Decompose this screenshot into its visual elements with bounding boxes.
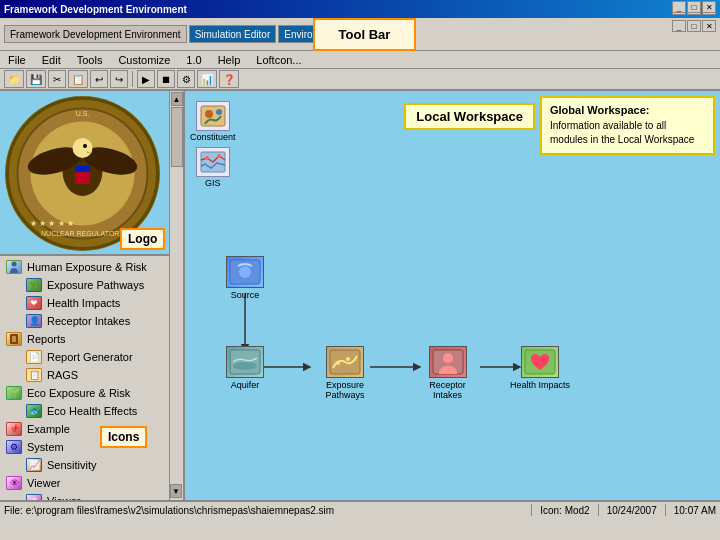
status-divider-1 — [531, 504, 532, 516]
secondary-toolbar: 📁 💾 ✂ 📋 ↩ ↪ ▶ ⏹ ⚙ 📊 ❓ — [0, 69, 720, 91]
ws-icon-gis[interactable]: GIS — [190, 147, 236, 188]
svg-point-14 — [12, 262, 17, 267]
toolbar-btn-6[interactable]: ↪ — [110, 70, 128, 88]
system-icon: ⚙ — [4, 439, 24, 455]
sidebar-item-receptor-intakes[interactable]: 👤 Receptor Intakes — [2, 312, 181, 330]
menu-customize[interactable]: Customize — [114, 53, 174, 67]
viewer-sub-label: Viewer — [47, 495, 80, 500]
receptor-intakes-label: Receptor Intakes — [47, 315, 130, 327]
toolbar-btn-10[interactable]: 📊 — [197, 70, 217, 88]
reports-icon — [4, 331, 24, 347]
exposure-pathways-icon: 🌿 — [24, 277, 44, 293]
rags-icon: 📋 — [24, 367, 44, 383]
toolbar-btn-8[interactable]: ⏹ — [157, 70, 175, 88]
wf-node-source[interactable]: Source — [215, 256, 275, 300]
svg-point-24 — [217, 154, 221, 158]
menu-10[interactable]: 1.0 — [182, 53, 205, 67]
sidebar-item-eco-exposure[interactable]: 🌱 Eco Exposure & Risk — [2, 384, 181, 402]
sidebar-item-reports[interactable]: Reports — [2, 330, 181, 348]
example-icon: 📌 — [4, 421, 24, 437]
wf-node-exposure[interactable]: Exposure Pathways — [310, 346, 380, 400]
menu-edit[interactable]: Edit — [38, 53, 65, 67]
svg-point-20 — [205, 110, 213, 118]
wf-aquifer-label: Aquifer — [231, 380, 260, 390]
tab-sim-editor[interactable]: Simulation Editor — [189, 25, 277, 43]
sidebar-item-health-impacts[interactable]: ❤ Health Impacts — [2, 294, 181, 312]
tab-framework[interactable]: Framework Development Environment — [4, 25, 187, 43]
status-time: 10:07 AM — [674, 505, 716, 516]
menu-tools[interactable]: Tools — [73, 53, 107, 67]
menu-help[interactable]: Help — [214, 53, 245, 67]
sidebar-item-rags[interactable]: 📋 RAGS — [2, 366, 181, 384]
wf-receptor-label: Receptor Intakes — [415, 380, 480, 400]
ws-icon-constituent[interactable]: Constituent — [190, 101, 236, 142]
wf-node-receptor[interactable]: Receptor Intakes — [415, 346, 480, 400]
wf-node-aquifer[interactable]: Aquifer — [215, 346, 275, 390]
svg-text:NUCLEAR REGULATORY: NUCLEAR REGULATORY — [41, 230, 124, 237]
wf-node-health[interactable]: Health Impacts — [505, 346, 575, 390]
tb-close-btn[interactable]: ✕ — [702, 20, 716, 32]
sidebar-item-exposure-pathways[interactable]: 🌿 Exposure Pathways — [2, 276, 181, 294]
global-workspace-box: Global Workspace: Information available … — [540, 96, 715, 155]
top-workspace-icons: Constituent GIS — [190, 101, 236, 188]
main-content: NUCLEAR REGULATORY U.S. ★ ★ ★ ★ ★ Logo — [0, 91, 720, 500]
toolbar-btn-11[interactable]: ❓ — [219, 70, 239, 88]
global-workspace-title: Global Workspace: — [550, 104, 705, 116]
health-impacts-label: Health Impacts — [47, 297, 120, 309]
sensitivity-label: Sensitivity — [47, 459, 97, 471]
svg-point-30 — [239, 266, 251, 278]
sidebar-item-example[interactable]: 📌 Example — [2, 420, 181, 438]
receptor-intakes-icon: 👤 — [24, 313, 44, 329]
inner-close-btn[interactable]: ✕ — [702, 1, 716, 13]
toolbar-btn-2[interactable]: 💾 — [26, 70, 46, 88]
global-workspace-text: Information available to all modules in … — [550, 119, 705, 147]
svg-point-7 — [83, 144, 87, 148]
gis-label: GIS — [205, 178, 221, 188]
toolbar-btn-9[interactable]: ⚙ — [177, 70, 195, 88]
toolbar-label: Tool Bar — [313, 18, 416, 51]
menu-loftcon[interactable]: Loftcon... — [252, 53, 305, 67]
sidebar: NUCLEAR REGULATORY U.S. ★ ★ ★ ★ ★ Logo — [0, 91, 185, 500]
eco-exposure-icon: 🌱 — [4, 385, 24, 401]
exposure-pathways-label: Exposure Pathways — [47, 279, 144, 291]
logo-label: Logo — [120, 228, 165, 250]
svg-point-21 — [216, 109, 222, 115]
sidebar-item-system[interactable]: ⚙ System Icons — [2, 438, 181, 456]
wf-receptor-icon — [429, 346, 467, 378]
system-label: System — [27, 441, 64, 453]
toolbar-btn-5[interactable]: ↩ — [90, 70, 108, 88]
eco-health-label: Eco Health Effects — [47, 405, 137, 417]
toolbar-btn-3[interactable]: ✂ — [48, 70, 66, 88]
example-label: Example — [27, 423, 70, 435]
icons-label: Icons — [100, 426, 147, 448]
sidebar-item-viewer-sub[interactable]: 👁 Viewer — [2, 492, 181, 500]
rags-label: RAGS — [47, 369, 78, 381]
status-icon-label: Icon: Mod2 — [540, 505, 589, 516]
svg-point-6 — [73, 138, 93, 158]
gis-icon — [196, 147, 230, 177]
report-generator-icon: 📄 — [24, 349, 44, 365]
toolbar-btn-4[interactable]: 📋 — [68, 70, 88, 88]
toolbar-btn-7[interactable]: ▶ — [137, 70, 155, 88]
svg-point-35 — [346, 357, 350, 361]
sidebar-item-viewer[interactable]: 👁 Viewer — [2, 474, 181, 492]
local-workspace-label: Local Workspace — [404, 103, 535, 130]
sidebar-scrollbar[interactable]: ▲ ▼ — [169, 91, 183, 500]
wf-health-icon — [521, 346, 559, 378]
sidebar-item-report-generator[interactable]: 📄 Report Generator — [2, 348, 181, 366]
inner-max-btn[interactable]: □ — [687, 1, 701, 13]
sidebar-item-sensitivity[interactable]: 📈 Sensitivity — [2, 456, 181, 474]
status-divider-3 — [665, 504, 666, 516]
window-title-bar: Framework Development Environment _ □ ✕ — [0, 0, 720, 18]
toolbar-btn-1[interactable]: 📁 — [4, 70, 24, 88]
status-divider-2 — [598, 504, 599, 516]
menu-file[interactable]: File — [4, 53, 30, 67]
wf-exposure-label: Exposure Pathways — [310, 380, 380, 400]
tb-min-btn[interactable]: _ — [672, 20, 686, 32]
sidebar-item-eco-health[interactable]: 🐟 Eco Health Effects — [2, 402, 181, 420]
reports-label: Reports — [27, 333, 66, 345]
sidebar-item-human-exposure[interactable]: Human Exposure & Risk — [2, 258, 181, 276]
tb-max-btn[interactable]: □ — [687, 20, 701, 32]
inner-min-btn[interactable]: _ — [672, 1, 686, 13]
viewer-icon: 👁 — [4, 475, 24, 491]
